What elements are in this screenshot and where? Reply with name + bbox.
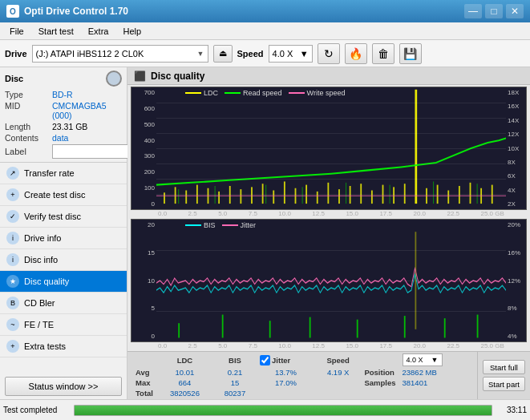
disc-contents-val: data xyxy=(52,133,68,143)
cd-bler-icon: B xyxy=(6,297,19,309)
nav-label-extra-tests: Extra tests xyxy=(24,341,66,351)
maximize-button[interactable]: □ xyxy=(485,4,503,18)
grid-line xyxy=(156,148,506,149)
titlebar-left: O Opti Drive Control 1.70 xyxy=(6,5,128,18)
jitter-checkbox[interactable] xyxy=(260,355,270,365)
create-test-disc-icon: + xyxy=(6,188,19,201)
nav-item-fe-te[interactable]: ~ FE / TE xyxy=(0,314,127,336)
read-speed-legend-color xyxy=(225,92,241,94)
time-text: 33:11 xyxy=(499,406,527,414)
disc-quality-icon: ★ xyxy=(6,275,19,288)
avg-row: Avg 10.01 0.21 13.7% 4.19 X Position 238… xyxy=(132,367,472,378)
write-speed-legend-label: Write speed xyxy=(307,89,346,97)
speed-select-dropdown[interactable]: 4.0 X ▼ xyxy=(403,353,443,366)
speed-select-val: 4.0 X xyxy=(407,356,423,364)
nav-label-drive-info: Drive info xyxy=(24,233,61,243)
jitter-header: Jitter xyxy=(272,356,290,365)
grid-line xyxy=(156,250,506,251)
svg-rect-42 xyxy=(310,317,311,338)
svg-rect-26 xyxy=(447,191,449,204)
nav-item-transfer-rate[interactable]: ↗ Transfer rate xyxy=(0,163,127,184)
action-buttons-section: Start full Start part xyxy=(477,352,530,399)
nav-item-disc-quality[interactable]: ★ Disc quality xyxy=(0,271,127,293)
menu-file[interactable]: File xyxy=(3,25,30,38)
svg-rect-16 xyxy=(338,189,340,204)
speed-value: 4.0 X xyxy=(273,49,293,59)
start-full-button[interactable]: Start full xyxy=(483,360,525,374)
eject-button[interactable]: ⏏ xyxy=(213,45,233,63)
write-speed-legend-color xyxy=(289,92,305,94)
nav-item-cd-bler[interactable]: B CD Bler xyxy=(0,293,127,314)
chart2-wrapper: 20 15 10 5 0 BIS xyxy=(131,219,527,349)
jitter-check-row: Jitter xyxy=(260,355,312,365)
chart1: 700 600 500 400 300 200 100 0 xyxy=(131,87,527,210)
nav-item-disc-info[interactable]: i Disc info xyxy=(0,249,127,271)
stats-table-section: LDC BIS Jitter Speed 4.0 X xyxy=(127,352,477,399)
position-val: 23862 MB xyxy=(399,367,472,378)
svg-rect-28 xyxy=(470,183,471,204)
bis-avg: 0.21 xyxy=(213,367,257,378)
grid-line xyxy=(156,311,506,312)
max-row: Max 664 15 17.0% Samples 381401 xyxy=(132,378,472,388)
chart1-inner: LDC Read speed Write speed xyxy=(156,87,506,210)
disc-type-key: Type xyxy=(5,90,49,99)
svg-rect-10 xyxy=(273,191,274,204)
status-window-button[interactable]: Status window >> xyxy=(5,377,122,396)
save-button[interactable]: 💾 xyxy=(399,43,422,64)
svg-rect-27 xyxy=(459,186,460,204)
titlebar-controls: — □ ✕ xyxy=(464,4,524,18)
svg-rect-31 xyxy=(178,189,179,204)
menu-start-test[interactable]: Start test xyxy=(32,25,80,38)
grid-line xyxy=(156,179,506,180)
svg-rect-2 xyxy=(185,191,187,204)
nav-item-create-test-disc[interactable]: + Create test disc xyxy=(0,184,127,206)
app-icon: O xyxy=(6,5,19,18)
menu-extra[interactable]: Extra xyxy=(82,25,115,38)
nav-item-extra-tests[interactable]: + Extra tests xyxy=(0,336,127,357)
ldc-legend-label: LDC xyxy=(204,89,218,97)
close-button[interactable]: ✕ xyxy=(506,4,524,18)
disc-mid-val: CMCMAGBA5 (000) xyxy=(52,101,122,120)
disc-mid-key: MID xyxy=(5,101,49,120)
total-row: Total 3820526 80237 xyxy=(132,388,472,398)
svg-rect-35 xyxy=(346,183,346,204)
menu-help[interactable]: Help xyxy=(116,25,148,38)
disc-section-title: Disc xyxy=(5,74,23,83)
nav-item-verify-test-disc[interactable]: ✓ Verify test disc xyxy=(0,206,127,228)
ldc-max: 664 xyxy=(156,378,213,388)
svg-rect-20 xyxy=(415,90,417,204)
disc-quality-title: Disc quality xyxy=(151,71,204,82)
disc-mid-row: MID CMCMAGBA5 (000) xyxy=(5,101,122,120)
svg-rect-6 xyxy=(229,186,231,204)
ldc-legend: LDC xyxy=(185,89,218,97)
disc-length-row: Length 23.31 GB xyxy=(5,122,122,131)
stats-table: LDC BIS Jitter Speed 4.0 X xyxy=(132,353,472,398)
bottom-bar: Test completed 33:11 xyxy=(0,399,530,420)
ldc-header: LDC xyxy=(156,353,213,367)
position-label: Position xyxy=(361,367,399,378)
bis-total: 80237 xyxy=(213,388,257,398)
avg-label: Avg xyxy=(132,367,156,378)
minimize-button[interactable]: — xyxy=(464,4,482,18)
extra-tests-icon: + xyxy=(6,340,19,353)
nav-label-disc-info: Disc info xyxy=(24,255,58,265)
total-label: Total xyxy=(132,388,156,398)
drive-select-dropdown[interactable]: (J:) ATAPI iHBS112 2 CL0K ▼ xyxy=(32,45,208,63)
jitter-legend: Jitter xyxy=(222,221,257,229)
svg-rect-46 xyxy=(444,318,446,337)
start-part-button[interactable]: Start part xyxy=(483,377,525,391)
nav-item-drive-info[interactable]: i Drive info xyxy=(0,228,127,249)
refresh-button[interactable]: ↻ xyxy=(318,43,340,64)
erase-button[interactable]: 🗑 xyxy=(372,43,394,64)
burn-button[interactable]: 🔥 xyxy=(345,43,367,64)
chart1-x-axis: 0.0 2.5 5.0 7.5 10.0 12.5 15.0 17.5 20.0… xyxy=(156,210,506,217)
grid-line xyxy=(156,118,506,119)
svg-rect-7 xyxy=(240,189,241,204)
chart2-legend: BIS Jitter xyxy=(185,221,256,229)
status-text: Test completed xyxy=(3,406,67,414)
speed-dropdown[interactable]: 4.0 X ▼ xyxy=(269,45,313,63)
speed-header: Speed xyxy=(315,353,362,367)
disc-length-val: 23.31 GB xyxy=(52,122,87,131)
write-speed-legend: Write speed xyxy=(289,89,346,97)
disc-label-row: Label ✎ xyxy=(5,144,122,159)
